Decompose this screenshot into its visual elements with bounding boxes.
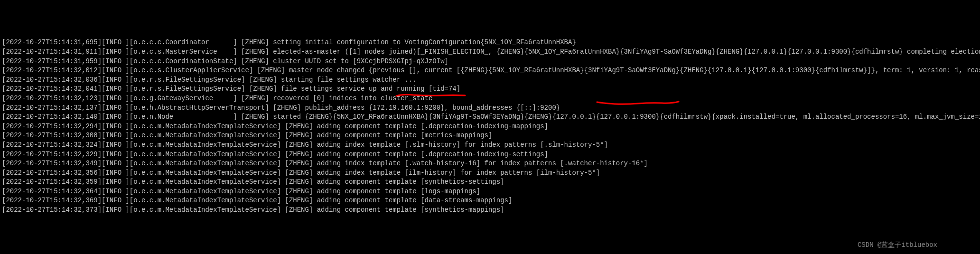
log-line: [2022-10-27T15:14:32,308][INFO ][o.e.c.m…	[2, 131, 978, 141]
watermark-text: CSDN @蓝盒子itbluebox	[858, 241, 937, 250]
log-line: [2022-10-27T15:14:32,041][INFO ][o.e.r.s…	[2, 85, 978, 94]
log-line: [2022-10-27T15:14:32,137][INFO ][o.e.h.A…	[2, 103, 978, 113]
log-line: [2022-10-27T15:14:32,359][INFO ][o.e.c.m…	[2, 178, 978, 187]
log-line: [2022-10-27T15:14:31,695][INFO ][o.e.c.c…	[2, 38, 978, 47]
log-line: [2022-10-27T15:14:32,364][INFO ][o.e.c.m…	[2, 187, 978, 197]
log-line: [2022-10-27T15:14:31,911][INFO ][o.e.c.s…	[2, 47, 978, 57]
log-line: [2022-10-27T15:14:32,349][INFO ][o.e.c.m…	[2, 159, 978, 169]
log-line: [2022-10-27T15:14:32,012][INFO ][o.e.c.s…	[2, 66, 978, 75]
log-line: [2022-10-27T15:14:32,294][INFO ][o.e.c.m…	[2, 122, 978, 132]
log-line: [2022-10-27T15:14:32,324][INFO ][o.e.c.m…	[2, 141, 978, 150]
log-line: [2022-10-27T15:14:32,140][INFO ][o.e.n.N…	[2, 113, 978, 122]
terminal-log-output: [2022-10-27T15:14:31,695][INFO ][o.e.c.c…	[2, 38, 978, 215]
log-line: [2022-10-27T15:14:32,036][INFO ][o.e.r.s…	[2, 75, 978, 85]
log-line: [2022-10-27T15:14:31,959][INFO ][o.e.c.c…	[2, 57, 978, 66]
log-line: [2022-10-27T15:14:32,356][INFO ][o.e.c.m…	[2, 169, 978, 178]
log-line: [2022-10-27T15:14:32,373][INFO ][o.e.c.m…	[2, 206, 978, 215]
log-line: [2022-10-27T15:14:32,329][INFO ][o.e.c.m…	[2, 150, 978, 160]
log-line: [2022-10-27T15:14:32,123][INFO ][o.e.g.G…	[2, 94, 978, 103]
log-line: [2022-10-27T15:14:32,369][INFO ][o.e.c.m…	[2, 196, 978, 206]
